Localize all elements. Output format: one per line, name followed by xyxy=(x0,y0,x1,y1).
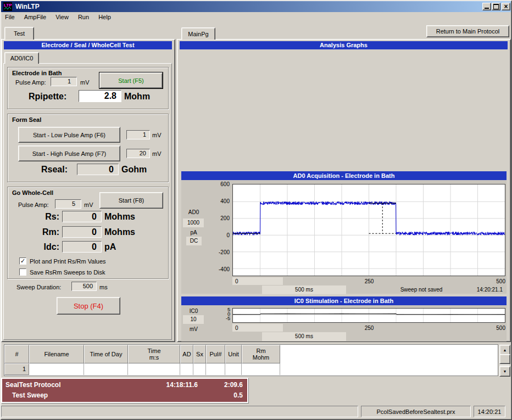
rs-unit: Mohms xyxy=(104,212,135,222)
column-header[interactable]: Sx xyxy=(193,345,206,363)
ad0-trace xyxy=(233,184,505,276)
results-table-row[interactable]: 1 xyxy=(4,363,498,375)
status-panel-clock: 14:20:21 xyxy=(474,406,505,417)
results-table: #FilenameTime of DayTimem:sADSxPul#UnitR… xyxy=(4,344,498,376)
rseal-label: Rseal: xyxy=(41,165,68,175)
table-cell[interactable] xyxy=(128,363,180,375)
window-title: WinLTP xyxy=(15,3,40,10)
rpipette-unit: Mohm xyxy=(124,92,150,102)
menu-ampfile[interactable]: AmpFile xyxy=(20,13,50,21)
plot-print-checkbox[interactable] xyxy=(19,257,26,265)
ic0-plot-area[interactable] xyxy=(232,308,505,323)
ic0-timebase: 500 ms xyxy=(262,332,346,341)
scrollbar-thumb[interactable] xyxy=(499,354,510,364)
table-cell[interactable] xyxy=(29,363,84,375)
wc-pulse-amp-unit: mV xyxy=(84,201,93,208)
menu-help[interactable]: Help xyxy=(94,13,115,21)
column-header[interactable]: RmMohm xyxy=(242,345,280,363)
tab-ad0-ic0[interactable]: AD0/IC0 xyxy=(4,52,39,64)
pulse-amp-field[interactable]: 1 xyxy=(51,77,77,86)
ad0-gain-label: 1000 xyxy=(183,219,204,227)
stop-f4-button[interactable]: Stop (F4) xyxy=(57,297,120,315)
pulse-amp-unit: mV xyxy=(80,79,90,86)
low-pulse-amp-unit: mV xyxy=(152,132,162,138)
analysis-graphs-header: Analysis Graphs xyxy=(180,41,508,49)
ic0-ytick: -5 xyxy=(214,316,230,321)
column-header[interactable]: Filename xyxy=(29,345,84,363)
maximize-icon xyxy=(493,4,499,9)
ad0-plot-area[interactable] xyxy=(232,184,505,276)
table-cell[interactable] xyxy=(225,363,242,375)
wc-pulse-amp-label: Pulse Amp: xyxy=(18,201,49,208)
ad0-ytick: 400 xyxy=(202,199,230,204)
menu-view[interactable]: View xyxy=(52,13,73,21)
idc-unit: pA xyxy=(104,242,116,252)
ic0-trace xyxy=(233,309,505,322)
title-bar[interactable]: LTP WinLTP × xyxy=(1,1,511,12)
table-cell[interactable] xyxy=(84,363,128,375)
plot-print-checkbox-label: Plot and Print Rs/Rm Values xyxy=(30,258,106,265)
ad0-ytick: -400 xyxy=(202,267,230,272)
ad0-timestamp: 14:20:21.1 xyxy=(439,286,503,294)
table-cell[interactable] xyxy=(206,363,225,375)
rm-value: 0 xyxy=(62,226,102,238)
idc-value: 0 xyxy=(62,241,102,253)
ic0-xtick-250: 250 xyxy=(358,324,380,332)
ic0-chart-panel: IC0 10 mV 5 0 -5 0 250 500 500 ms xyxy=(181,305,507,341)
menu-file[interactable]: File xyxy=(1,13,19,21)
table-cell[interactable] xyxy=(180,363,193,375)
ad0-ytick: 600 xyxy=(202,182,230,187)
ad0-coupling-label: DC xyxy=(186,237,202,245)
column-header[interactable]: Time of Day xyxy=(84,345,128,363)
status-panel-filename: PcolSavedBeforeSealtest.prx xyxy=(361,406,471,417)
high-pulse-amp-field[interactable]: 20 xyxy=(126,149,150,158)
column-header[interactable]: AD xyxy=(180,345,193,363)
protocol-name: SealTest Protocol xyxy=(5,381,60,389)
winltp-window: LTP WinLTP × File AmpFile View Run Help … xyxy=(0,0,512,420)
start-low-pulse-button[interactable]: Start - Low Pulse Amp (F6) xyxy=(18,127,120,143)
rm-label: Rm: xyxy=(22,227,59,237)
sweep-duration-unit: ms xyxy=(99,284,108,290)
start-high-pulse-button[interactable]: Start - High Pulse Amp (F7) xyxy=(18,145,120,161)
column-header[interactable]: Timem:s xyxy=(128,345,180,363)
ad0-ytick: 200 xyxy=(202,216,230,221)
table-cell[interactable] xyxy=(242,363,280,375)
electrode-in-bath-title: Electrode in Bath xyxy=(12,70,62,76)
ad0-ytick: 0 xyxy=(202,233,230,238)
wc-pulse-amp-field[interactable]: 5 xyxy=(55,199,81,209)
tab-test[interactable]: Test xyxy=(4,27,34,40)
minimize-button[interactable] xyxy=(482,3,491,10)
row-number-cell[interactable]: 1 xyxy=(4,363,29,375)
column-header[interactable]: # xyxy=(4,345,29,363)
rm-unit: Mohms xyxy=(104,227,135,237)
ic0-gain-label: 10 xyxy=(183,315,204,324)
table-scrollbar[interactable]: ▲ ▼ xyxy=(499,345,509,376)
status-panel-message xyxy=(1,406,358,417)
return-to-main-protocol-button[interactable]: Return to Main Protocol xyxy=(426,25,509,37)
protocol-status-panel: SealTest Protocol 14:18:11.6 2:09.6 Test… xyxy=(1,378,248,403)
menu-run[interactable]: Run xyxy=(74,13,93,21)
maximize-button[interactable] xyxy=(492,3,500,10)
rs-label: Rs: xyxy=(22,212,59,222)
rseal-unit: Gohm xyxy=(121,165,147,175)
ic0-chart-title: IC0 Stimulation - Electrode in Bath xyxy=(181,296,507,305)
column-header[interactable]: Unit xyxy=(225,345,242,363)
start-f8-button[interactable]: Start (F8) xyxy=(99,192,163,209)
column-header[interactable]: Pul# xyxy=(206,345,225,363)
start-f5-button[interactable]: Start (F5) xyxy=(99,72,163,88)
ad0-timebase: 500 ms xyxy=(262,285,346,294)
results-table-header: #FilenameTime of DayTimem:sADSxPul#UnitR… xyxy=(4,345,498,363)
ic0-unit-label: mV xyxy=(181,326,206,332)
ic0-xtick-500: 500 xyxy=(483,324,505,332)
sweep-elapsed-time: 0.5 xyxy=(202,391,243,399)
tab-mainpg[interactable]: MainPg xyxy=(181,27,215,40)
ad0-channel-label: AD0 xyxy=(181,209,206,215)
sweep-duration-field[interactable]: 500 xyxy=(71,282,97,291)
idc-label: Idc: xyxy=(22,242,59,252)
scroll-down-icon[interactable]: ▼ xyxy=(499,366,510,377)
table-cell[interactable] xyxy=(193,363,206,375)
close-button[interactable]: × xyxy=(502,3,510,10)
low-pulse-amp-field[interactable]: 1 xyxy=(126,130,150,139)
menu-bar: File AmpFile View Run Help xyxy=(1,13,511,23)
save-sweeps-checkbox[interactable] xyxy=(19,268,26,276)
